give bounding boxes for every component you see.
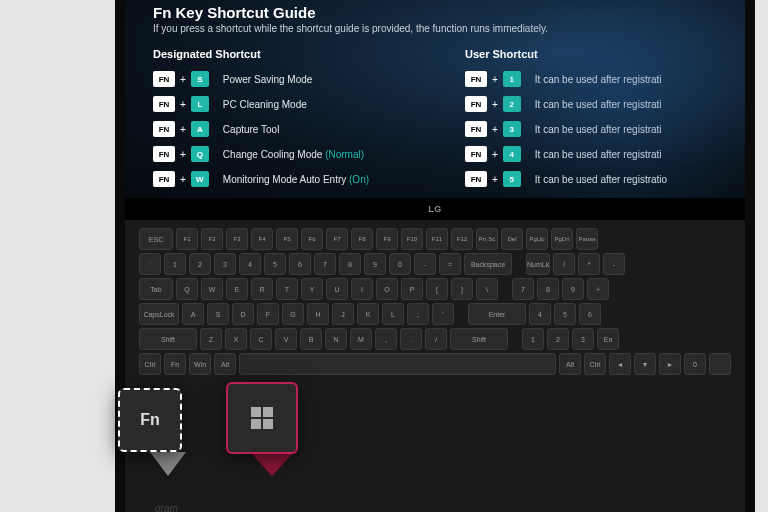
keyboard-key[interactable]: F4 (251, 228, 273, 250)
keyboard-key[interactable]: PgDn (551, 228, 573, 250)
keyboard-key[interactable]: G (282, 303, 304, 325)
keyboard-key[interactable]: CapsLock (139, 303, 179, 325)
keyboard-key[interactable]: En (597, 328, 619, 350)
keyboard-key[interactable]: F2 (201, 228, 223, 250)
keyboard-key[interactable]: 2 (189, 253, 211, 275)
keyboard-key[interactable]: 5 (264, 253, 286, 275)
keyboard-key[interactable]: 5 (554, 303, 576, 325)
keyboard-key[interactable]: F6 (301, 228, 323, 250)
keyboard-key[interactable]: 4 (529, 303, 551, 325)
keyboard-key[interactable]: B (300, 328, 322, 350)
keyboard-key[interactable]: W (201, 278, 223, 300)
keyboard-key[interactable]: 0 (389, 253, 411, 275)
keyboard-key[interactable]: F10 (401, 228, 423, 250)
keyboard-key[interactable]: Enter (468, 303, 526, 325)
keyboard-key[interactable]: H (307, 303, 329, 325)
keyboard-key[interactable]: 7 (512, 278, 534, 300)
keyboard-key[interactable]: 9 (364, 253, 386, 275)
keyboard-key[interactable]: A (182, 303, 204, 325)
keyboard-key[interactable]: P (401, 278, 423, 300)
keyboard-key[interactable]: Win (189, 353, 211, 375)
keyboard-key[interactable]: F11 (426, 228, 448, 250)
keyboard-key[interactable]: F9 (376, 228, 398, 250)
keyboard-key[interactable]: L (382, 303, 404, 325)
keyboard-key[interactable]: = (439, 253, 461, 275)
keyboard-key[interactable]: \ (476, 278, 498, 300)
keyboard-key[interactable]: Tab (139, 278, 173, 300)
keyboard-key[interactable]: K (357, 303, 379, 325)
keyboard-key[interactable]: [ (426, 278, 448, 300)
keyboard-key[interactable]: . (400, 328, 422, 350)
keyboard-key[interactable]: X (225, 328, 247, 350)
keyboard-key[interactable]: 6 (289, 253, 311, 275)
keyboard-key[interactable]: Prt Sc (476, 228, 498, 250)
keyboard-key[interactable]: D (232, 303, 254, 325)
keyboard-key[interactable]: 8 (339, 253, 361, 275)
keyboard-key[interactable]: F1 (176, 228, 198, 250)
keyboard-key[interactable]: + (587, 278, 609, 300)
keyboard-key[interactable]: Alt (214, 353, 236, 375)
keyboard-key[interactable]: Y (301, 278, 323, 300)
keyboard-key[interactable]: 2 (547, 328, 569, 350)
keyboard-key[interactable]: , (375, 328, 397, 350)
keyboard-key[interactable]: Pause (576, 228, 598, 250)
fn-keycap: FN (465, 96, 487, 112)
keyboard-key[interactable]: ESC (139, 228, 173, 250)
keyboard-key[interactable]: T (276, 278, 298, 300)
keyboard-key[interactable]: 1 (164, 253, 186, 275)
keyboard-key[interactable]: N (325, 328, 347, 350)
keyboard-key[interactable]: J (332, 303, 354, 325)
keyboard-key[interactable]: M (350, 328, 372, 350)
keyboard-key[interactable]: E (226, 278, 248, 300)
keyboard-key[interactable]: 1 (522, 328, 544, 350)
keyboard-key[interactable]: ` (139, 253, 161, 275)
keyboard-key[interactable]: 7 (314, 253, 336, 275)
keyboard-key[interactable] (239, 353, 556, 375)
keyboard-key[interactable]: O (376, 278, 398, 300)
keyboard-key[interactable]: NumLk (526, 253, 550, 275)
keyboard-key[interactable]: U (326, 278, 348, 300)
keyboard-key[interactable]: / (425, 328, 447, 350)
keyboard-key[interactable]: F7 (326, 228, 348, 250)
keyboard-key[interactable]: ; (407, 303, 429, 325)
keyboard-key[interactable]: . (709, 353, 731, 375)
keyboard-key[interactable]: ' (432, 303, 454, 325)
keyboard-key[interactable]: Ctrl (584, 353, 606, 375)
keyboard-key[interactable]: ▼ (634, 353, 656, 375)
keyboard-key[interactable]: F3 (226, 228, 248, 250)
keyboard-key[interactable]: Del (501, 228, 523, 250)
plus-icon: + (492, 174, 498, 185)
keyboard-key[interactable]: 4 (239, 253, 261, 275)
keyboard-key[interactable]: Shift (450, 328, 508, 350)
keyboard-key[interactable]: Shift (139, 328, 197, 350)
keyboard-key[interactable]: F5 (276, 228, 298, 250)
keyboard-key[interactable]: Fn (164, 353, 186, 375)
keyboard-key[interactable]: 8 (537, 278, 559, 300)
keyboard-key[interactable]: 0 (684, 353, 706, 375)
keyboard-key[interactable]: PgUp (526, 228, 548, 250)
keyboard-key[interactable]: - (603, 253, 625, 275)
keyboard-key[interactable]: Backspace (464, 253, 512, 275)
keyboard-key[interactable]: S (207, 303, 229, 325)
keyboard-key[interactable]: ] (451, 278, 473, 300)
keyboard-key[interactable]: F8 (351, 228, 373, 250)
keyboard-key[interactable]: Z (200, 328, 222, 350)
keyboard-key[interactable]: R (251, 278, 273, 300)
keyboard-key[interactable]: - (414, 253, 436, 275)
keyboard-key[interactable]: F12 (451, 228, 473, 250)
keyboard-key[interactable]: C (250, 328, 272, 350)
keyboard-key[interactable]: Alt (559, 353, 581, 375)
keyboard-key[interactable]: ► (659, 353, 681, 375)
keyboard-key[interactable]: F (257, 303, 279, 325)
keyboard-key[interactable]: V (275, 328, 297, 350)
keyboard-key[interactable]: / (553, 253, 575, 275)
keyboard-key[interactable]: 3 (572, 328, 594, 350)
keyboard-key[interactable]: * (578, 253, 600, 275)
keyboard-key[interactable]: Q (176, 278, 198, 300)
keyboard-key[interactable]: ◄ (609, 353, 631, 375)
keyboard-key[interactable]: 3 (214, 253, 236, 275)
keyboard-key[interactable]: I (351, 278, 373, 300)
keyboard-key[interactable]: 6 (579, 303, 601, 325)
keyboard-key[interactable]: 9 (562, 278, 584, 300)
keyboard-key[interactable]: Ctrl (139, 353, 161, 375)
